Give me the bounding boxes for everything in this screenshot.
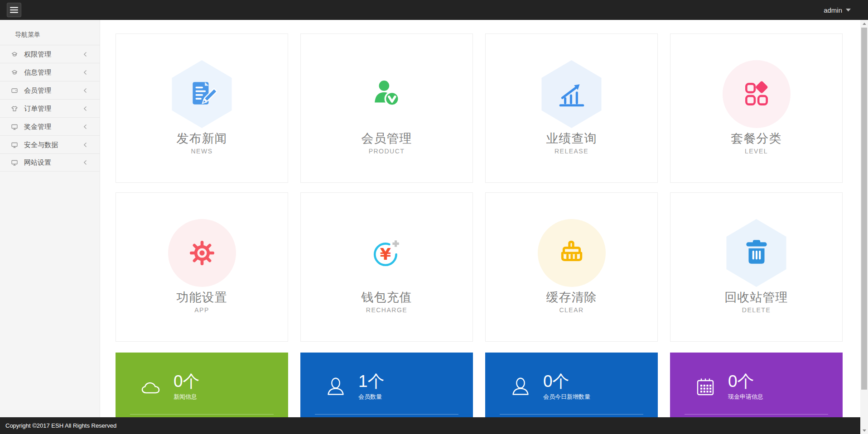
stat-value: 0个 [543,372,590,391]
hexagon-shape [723,219,791,287]
stat-tile-cash-requests[interactable]: 0个 现金申请信息 [670,353,843,417]
sidebar-item-permissions[interactable]: 权限管理 [0,45,100,63]
card-cache-clear[interactable]: 缓存清除 CLEAR [485,192,658,342]
arrow-down-icon [863,429,866,432]
admin-dashboard: admin 导航菜单 权限管理 信息管理 会员管理 订单管理 [0,0,868,434]
user-icon [325,376,347,398]
vertical-scrollbar [860,20,868,434]
chevron-left-icon [83,88,87,93]
hamburger-icon [10,7,18,13]
sidebar-item-bonus[interactable]: 奖金管理 [0,117,100,135]
caret-down-icon [846,9,851,12]
sidebar-toggle-button[interactable] [7,3,21,17]
scroll-up-button[interactable] [860,20,868,27]
chevron-left-icon [83,52,87,57]
circle-shape [538,219,606,287]
hexagon-shape [538,60,606,128]
broom-icon [556,238,587,268]
divider [130,414,274,415]
monitor-icon [11,123,18,130]
sidebar-title: 导航菜单 [0,20,100,45]
card-subtitle: DELETE [670,306,842,314]
sidebar-item-label: 奖金管理 [24,118,83,136]
card-title: 会员管理 [301,130,473,147]
divider [315,414,458,415]
chevron-left-icon [83,106,87,111]
card-title: 业绩查询 [486,130,657,147]
sidebar-item-label: 订单管理 [24,100,83,118]
shirt-icon [11,105,18,112]
card-subtitle: RELEASE [486,148,657,155]
card-recycle-bin[interactable]: 回收站管理 DELETE [670,192,843,342]
news-edit-icon [187,79,217,110]
performance-chart-icon [556,79,587,110]
stat-label: 现金申请信息 [728,393,763,401]
card-subtitle: RECHARGE [301,306,473,314]
calendar-icon [694,376,716,398]
card-title: 发布新闻 [116,130,288,147]
card-publish-news[interactable]: 发布新闻 NEWS [116,33,288,183]
monitor-icon [11,141,18,148]
sidebar-item-information[interactable]: 信息管理 [0,63,100,81]
card-member-management[interactable]: 会员管理 PRODUCT [300,33,473,183]
card-wallet-recharge[interactable]: ¥ 钱包充值 RECHARGE [300,192,473,342]
wallet-recharge-icon: ¥ [371,238,402,268]
card-package-categories[interactable]: 套餐分类 LEVEL [670,33,843,183]
cloud-icon [140,379,161,397]
stat-label: 新闻信息 [174,393,200,401]
member-verified-icon [371,79,402,110]
sidebar-item-label: 网站设置 [24,153,83,172]
chevron-left-icon [83,70,87,75]
scrollbar-thumb[interactable] [861,28,867,390]
topbar: admin [0,0,868,20]
trash-icon [741,238,772,268]
card-function-settings[interactable]: 功能设置 APP [116,192,288,342]
svg-text:¥: ¥ [380,245,391,263]
copyright-text: Copyright ©2017 ESH All Rights Reserved [5,422,116,429]
chevron-left-icon [83,160,87,165]
shortcut-card-grid: 发布新闻 NEWS 会员管理 PRODUCT [116,33,860,342]
user-dropdown[interactable]: admin [824,0,851,20]
stat-value: 0个 [728,372,763,391]
stat-tile-members-today[interactable]: 0个 会员今日新增数量 [485,353,658,417]
card-subtitle: APP [116,306,288,314]
sidebar: 导航菜单 权限管理 信息管理 会员管理 订单管理 奖金管理 [0,20,100,417]
badge-icon [11,51,18,58]
sidebar-item-orders[interactable]: 订单管理 [0,99,100,117]
card-title: 功能设置 [116,289,288,305]
sidebar-item-site-settings[interactable]: 网站设置 [0,153,100,172]
stat-label: 会员数量 [358,393,385,401]
stat-value: 0个 [174,372,200,391]
sidebar-item-security-data[interactable]: 安全与数据 [0,135,100,153]
plain-shape [353,60,421,128]
plain-shape: ¥ [353,219,421,287]
divider [685,414,828,415]
divider [500,414,643,415]
sidebar-item-label: 安全与数据 [24,136,83,154]
card-subtitle: LEVEL [670,148,842,155]
circle-shape [723,60,791,128]
card-performance-query[interactable]: 业绩查询 RELEASE [485,33,658,183]
hexagon-shape [168,60,236,128]
footer: Copyright ©2017 ESH All Rights Reserved [0,417,860,434]
stat-label: 会员今日新增数量 [543,393,590,401]
chevron-left-icon [83,124,87,129]
card-title: 钱包充值 [301,289,473,305]
stat-tile-news-count[interactable]: 0个 新闻信息 [116,353,288,417]
stat-value: 1个 [358,372,385,391]
sidebar-item-label: 权限管理 [24,45,83,63]
circle-shape [168,219,236,287]
sidebar-item-members[interactable]: 会员管理 [0,81,100,99]
arrow-up-icon [863,23,866,25]
category-grid-icon [741,79,772,110]
main-content: 发布新闻 NEWS 会员管理 PRODUCT [100,20,860,417]
stat-tile-row: 0个 新闻信息 1个 会员数量 [116,353,860,417]
scroll-down-button[interactable] [860,427,868,434]
user-icon [510,376,531,398]
chevron-left-icon [83,142,87,148]
card-title: 缓存清除 [486,289,657,305]
sidebar-item-label: 信息管理 [24,63,83,81]
stat-tile-member-count[interactable]: 1个 会员数量 [300,353,473,417]
gear-icon [187,238,217,268]
card-title: 套餐分类 [670,130,842,147]
